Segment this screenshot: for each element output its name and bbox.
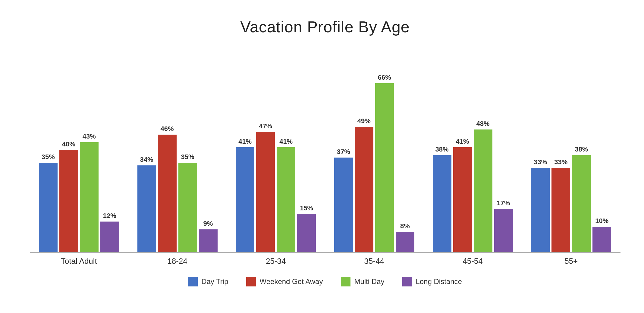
group-5: 33%33%38%10% [522,145,620,252]
bar-label-3-0: 37% [337,148,350,156]
bar-col-0-3: 12% [100,212,119,252]
bar-label-5-2: 38% [575,145,588,153]
bar-1-0 [137,165,156,252]
bar-col-0-1: 40% [59,140,78,252]
legend-item-multiday: Multi Day [341,277,384,286]
legend-label-weekend: Weekend Get Away [259,277,323,286]
bar-label-0-3: 12% [103,212,116,220]
bars-group-1: 34%46%35%9% [128,125,227,252]
bar-col-3-3: 8% [396,222,414,252]
bar-label-0-0: 35% [42,153,55,161]
bars-group-4: 38%41%48%17% [423,120,522,252]
bar-label-0-1: 40% [62,140,75,148]
legend-item-longdist: Long Distance [402,277,462,286]
bar-col-0-2: 43% [80,133,99,252]
bar-col-4-0: 38% [433,145,451,252]
bar-0-3 [100,222,119,252]
bar-5-1 [551,168,570,252]
bar-1-1 [158,135,177,252]
bar-0-0 [39,163,58,252]
x-label-1: 18-24 [128,257,227,266]
legend-item-day_trip: Day Trip [188,277,228,286]
bars-group-0: 35%40%43%12% [30,133,128,252]
bar-col-1-2: 35% [178,153,197,252]
bar-col-0-0: 35% [39,153,58,252]
group-2: 41%47%41%15% [227,122,325,252]
bar-label-0-2: 43% [83,133,96,140]
bars-group-3: 37%49%66%8% [325,74,424,252]
bar-label-2-2: 41% [279,138,293,145]
bar-1-3 [199,229,218,252]
bar-col-5-0: 33% [531,158,550,252]
group-4: 38%41%48%17% [423,120,522,252]
group-3: 37%49%66%8% [325,74,424,252]
bar-0-1 [59,150,78,252]
bar-2-3 [297,214,316,252]
bars-section: 35%40%43%12%34%46%35%9%41%47%41%15%37%49… [30,48,620,253]
legend-box-longdist [402,277,412,286]
bar-4-1 [453,147,472,252]
bar-col-3-1: 49% [355,117,373,252]
bar-col-4-3: 17% [494,199,513,252]
bar-3-0 [334,158,353,252]
bar-label-1-1: 46% [160,125,174,133]
x-label-3: 35-44 [325,257,424,266]
bar-1-2 [178,163,197,252]
chart-title: Vacation Profile By Age [240,18,410,36]
bar-2-2 [277,147,295,252]
bar-5-2 [572,155,591,252]
bar-3-2 [375,83,394,252]
bar-col-2-0: 41% [236,138,254,252]
x-label-4: 45-54 [423,257,522,266]
bar-label-5-0: 33% [534,158,547,166]
bars-group-2: 41%47%41%15% [227,122,325,252]
bar-5-3 [592,227,611,252]
bars-group-5: 33%33%38%10% [522,145,620,252]
bar-5-0 [531,168,550,252]
bar-3-1 [355,127,373,252]
chart-container: Vacation Profile By Age 35%40%43%12%34%4… [6,9,639,305]
bar-col-2-1: 47% [256,122,275,252]
legend-label-multiday: Multi Day [354,277,384,286]
bar-label-1-3: 9% [203,220,213,228]
bar-label-4-1: 41% [456,138,469,145]
bar-label-2-0: 41% [238,138,252,145]
bar-col-1-3: 9% [199,220,218,252]
bar-label-2-1: 47% [259,122,272,130]
x-labels: Total Adult18-2425-3435-4445-5455+ [30,257,620,266]
legend-label-day_trip: Day Trip [201,277,228,286]
bar-col-1-1: 46% [158,125,177,252]
legend: Day TripWeekend Get AwayMulti DayLong Di… [188,277,462,286]
bar-4-3 [494,209,513,252]
bar-3-3 [396,232,414,252]
bar-col-2-3: 15% [297,204,316,252]
bar-label-1-2: 35% [181,153,194,161]
bar-4-2 [474,129,492,252]
x-label-0: Total Adult [30,257,128,266]
x-label-5: 55+ [522,257,620,266]
bar-4-0 [433,155,451,252]
bar-col-5-1: 33% [551,158,570,252]
bar-label-1-0: 34% [140,156,153,164]
group-0: 35%40%43%12% [30,133,128,252]
x-label-2: 25-34 [227,257,325,266]
bar-label-4-2: 48% [476,120,489,128]
legend-item-weekend: Weekend Get Away [246,277,323,286]
legend-box-multiday [341,277,350,286]
bar-col-4-1: 41% [453,138,472,252]
bar-label-5-1: 33% [554,158,567,166]
bar-2-1 [256,132,275,252]
legend-label-longdist: Long Distance [416,277,462,286]
chart-area: 35%40%43%12%34%46%35%9%41%47%41%15%37%49… [30,48,620,266]
bar-col-2-2: 41% [277,138,295,252]
bar-label-4-0: 38% [435,145,448,153]
bar-label-5-3: 10% [595,217,608,225]
bar-col-3-2: 66% [375,74,394,252]
bar-col-1-0: 34% [137,156,156,252]
group-1: 34%46%35%9% [128,125,227,252]
bar-label-3-1: 49% [357,117,371,125]
legend-box-day_trip [188,277,198,286]
bar-0-2 [80,142,99,252]
bar-label-3-3: 8% [400,222,410,230]
bar-col-3-0: 37% [334,148,353,252]
